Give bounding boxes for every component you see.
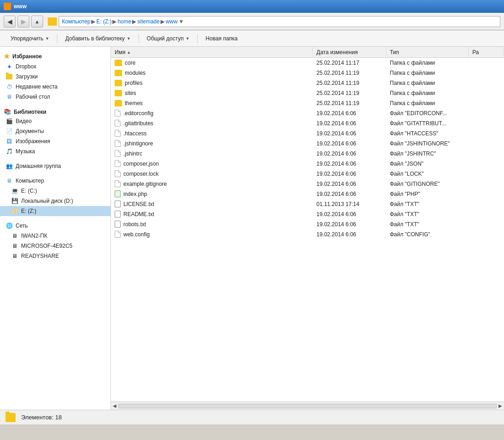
desktop-icon: 🖥 (6, 93, 13, 100)
sidebar-item-recent[interactable]: ⏱ Недавние места (0, 82, 111, 92)
sidebar-item-readyshare[interactable]: 🖥 READYSHARE (0, 251, 111, 261)
microsof-label: MICROSOF-4E92C5 (21, 243, 72, 249)
cell-type: Файл "JSHINTRC" (386, 150, 469, 157)
sidebar-item-computer[interactable]: 🖥 Компьютер (0, 176, 111, 186)
path-www[interactable]: www (166, 18, 177, 25)
cell-name: index.php (111, 190, 313, 197)
forward-button[interactable]: ▶ (17, 16, 29, 28)
table-row[interactable]: profiles 25.02.2014 11:19 Папка с файлам… (111, 78, 504, 88)
favorites-section-head: ★ Избранное (0, 50, 111, 61)
folder-icon (115, 80, 122, 86)
iwan2-label: IWAN2-ПК (21, 233, 47, 239)
downloads-folder-icon (6, 73, 13, 80)
cell-date: 19.02.2014 6:06 (313, 150, 386, 157)
table-row[interactable]: .jshintrc 19.02.2014 6:06 Файл "JSHINTRC… (111, 149, 504, 159)
col-date-header[interactable]: Дата изменения (313, 47, 386, 57)
computer-label: Компьютер (16, 178, 44, 184)
table-row[interactable]: .editorconfig 19.02.2014 6:06 Файл "EDIT… (111, 108, 504, 118)
table-row[interactable]: robots.txt 19.02.2014 6:06 Файл "TXT" (111, 219, 504, 229)
cell-name: LICENSE.txt (111, 201, 313, 207)
main-layout: ★ Избранное ✦ Dropbox Загрузки ⏱ Недавни… (0, 47, 504, 410)
library-button[interactable]: Добавить в библиотеку ▼ (60, 32, 135, 45)
sidebar-item-iwan2[interactable]: 🖥 IWAN2-ПК (0, 231, 111, 241)
back-button[interactable]: ◀ (4, 16, 16, 28)
scroll-track[interactable] (118, 404, 497, 408)
images-label: Изображения (16, 138, 50, 145)
sidebar-item-drive-z[interactable]: 📀 E: (Z:) (0, 206, 111, 216)
table-row[interactable]: web.config 19.02.2014 6:06 Файл "CONFIG" (111, 229, 504, 239)
path-computer[interactable]: Компьютер (62, 18, 90, 25)
cell-date: 19.02.2014 6:06 (313, 161, 386, 167)
sidebar-item-music[interactable]: 🎵 Музыка (0, 146, 111, 156)
table-row[interactable]: index.php 19.02.2014 6:06 Файл "PHP" (111, 189, 504, 199)
music-label: Музыка (16, 148, 35, 155)
table-row[interactable]: .jshintignore 19.02.2014 6:06 Файл "JSHI… (111, 139, 504, 149)
cell-date: 19.02.2014 6:06 (313, 140, 386, 147)
cell-date: 19.02.2014 6:06 (313, 120, 386, 127)
table-row[interactable]: README.txt 19.02.2014 6:06 Файл "TXT" (111, 209, 504, 219)
cell-type: Файл "EDITORCONF... (386, 110, 469, 117)
sidebar-item-microsof[interactable]: 🖥 MICROSOF-4E92C5 (0, 241, 111, 251)
sidebar-item-images[interactable]: 🖼 Изображения (0, 136, 111, 146)
cell-type: Файл "TXT" (386, 211, 469, 217)
sidebar-item-homegroup[interactable]: 👥 Домашняя группа (0, 161, 111, 171)
cell-type: Файл "LOCK" (386, 171, 469, 177)
sidebar: ★ Избранное ✦ Dropbox Загрузки ⏱ Недавни… (0, 47, 111, 410)
table-row[interactable]: composer.json 19.02.2014 6:06 Файл "JSON… (111, 159, 504, 169)
file-name-label: .htaccess (123, 130, 147, 137)
cell-date: 01.11.2013 17:14 (313, 201, 386, 207)
table-row[interactable]: sites 25.02.2014 11:19 Папка с файлами (111, 88, 504, 98)
col-size-header[interactable]: Ра (469, 47, 504, 57)
cell-date: 19.02.2014 6:06 (313, 110, 386, 117)
path-drive[interactable]: E: (Z:) (96, 18, 111, 25)
horizontal-scrollbar[interactable]: ◀ ▶ (111, 401, 504, 410)
sidebar-item-drive-c[interactable]: 💻 E: (C:) (0, 186, 111, 196)
table-row[interactable]: themes 25.02.2014 11:19 Папка с файлами (111, 98, 504, 108)
cell-type: Файл "PHP" (386, 191, 469, 197)
cell-date: 25.02.2014 11:19 (313, 80, 386, 86)
table-row[interactable]: modules 25.02.2014 11:19 Папка с файлами (111, 68, 504, 78)
address-path[interactable]: Компьютер ▶ E: (Z:) ▶ home ▶ sitemade ▶ … (59, 16, 500, 27)
sidebar-item-documents[interactable]: 📄 Документы (0, 126, 111, 136)
cell-type: Файл "GITATTRIBUT... (386, 120, 469, 127)
col-type-header[interactable]: Тип (386, 47, 469, 57)
table-row[interactable]: composer.lock 19.02.2014 6:06 Файл "LOCK… (111, 169, 504, 179)
sidebar-item-drive-d[interactable]: 💾 Локальный диск (D:) (0, 196, 111, 206)
table-row[interactable]: .gitattributes 19.02.2014 6:06 Файл "GIT… (111, 118, 504, 128)
cell-name: README.txt (111, 211, 313, 217)
file-name-label: core (125, 60, 135, 66)
images-icon: 🖼 (6, 138, 13, 145)
organize-button[interactable]: Упорядочить ▼ (6, 32, 54, 45)
drive-d-icon: 💾 (11, 197, 18, 205)
sidebar-item-desktop[interactable]: 🖥 Рабочий стол (0, 92, 111, 102)
documents-icon: 📄 (6, 128, 13, 135)
scroll-right-arrow[interactable]: ▶ (498, 403, 503, 408)
new-folder-button[interactable]: Новая папка (200, 32, 243, 45)
table-row[interactable]: core 25.02.2014 11:17 Папка с файлами (111, 58, 504, 68)
sidebar-item-network[interactable]: 🌐 Сеть (0, 221, 111, 231)
table-row[interactable]: LICENSE.txt 01.11.2013 17:14 Файл "TXT" (111, 199, 504, 209)
library-dropdown-arrow: ▼ (127, 36, 131, 41)
sidebar-item-dropbox[interactable]: ✦ Dropbox (0, 61, 111, 72)
title-bar: www (0, 0, 504, 13)
path-sitemade[interactable]: sitemade (137, 18, 160, 25)
path-home[interactable]: home (117, 18, 131, 25)
col-name-header[interactable]: Имя ▲ (111, 47, 313, 57)
window-icon (4, 3, 11, 10)
address-bar: ◀ ▶ ▲ Компьютер ▶ E: (Z:) ▶ home ▶ sitem… (0, 13, 504, 30)
share-dropdown-arrow: ▼ (185, 36, 189, 41)
recent-label: Недавние места (16, 84, 57, 90)
sidebar-item-video[interactable]: 🎬 Видео (0, 116, 111, 126)
sidebar-item-downloads[interactable]: Загрузки (0, 72, 111, 82)
table-row[interactable]: example.gitignore 19.02.2014 6:06 Файл "… (111, 179, 504, 189)
cell-name: .htaccess (111, 130, 313, 137)
table-row[interactable]: .htaccess 19.02.2014 6:06 Файл "HTACCESS… (111, 128, 504, 139)
cell-type: Папка с файлами (386, 90, 469, 96)
cell-date: 19.02.2014 6:06 (313, 171, 386, 177)
share-button[interactable]: Общий доступ ▼ (142, 32, 195, 45)
file-name-label: LICENSE.txt (123, 201, 154, 207)
folder-icon (115, 70, 122, 76)
status-bar: Элементов: 18 (0, 410, 504, 424)
up-button[interactable]: ▲ (31, 16, 43, 28)
scroll-left-arrow[interactable]: ◀ (112, 403, 117, 408)
